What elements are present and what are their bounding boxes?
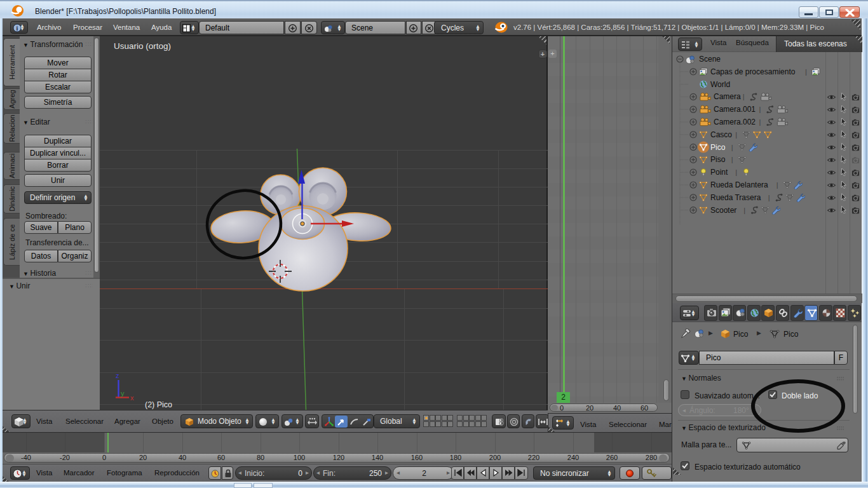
svg-text:|: |: [735, 131, 737, 139]
svg-text:x: x: [130, 394, 134, 402]
svg-text:|: |: [731, 156, 733, 163]
svg-text:Scooter: Scooter: [710, 206, 736, 215]
svg-text:|: |: [735, 168, 737, 176]
svg-text:|: |: [776, 181, 778, 189]
svg-text:|: |: [759, 105, 761, 113]
svg-text:World: World: [710, 80, 730, 89]
svg-text:|: |: [805, 68, 807, 76]
svg-text:Piso: Piso: [710, 155, 726, 164]
svg-text:|: |: [743, 93, 745, 100]
svg-text:z: z: [116, 372, 119, 379]
svg-text:Rueda Delantera: Rueda Delantera: [710, 180, 768, 189]
svg-text:|: |: [768, 194, 770, 201]
svg-text:Scene: Scene: [699, 55, 721, 64]
svg-text:(2) Pico: (2) Pico: [145, 400, 172, 409]
svg-text:Point: Point: [710, 168, 728, 177]
svg-text:|: |: [743, 207, 745, 214]
svg-text:Usuario (ortog): Usuario (ortog): [114, 41, 171, 51]
svg-text:y: y: [121, 390, 125, 397]
svg-text:i: i: [17, 25, 18, 32]
svg-text:Camera.001: Camera.001: [714, 105, 756, 114]
svg-text:Rueda Trasera: Rueda Trasera: [710, 193, 761, 202]
svg-text:Pico: Pico: [710, 143, 726, 152]
svg-text:|: |: [731, 144, 733, 151]
svg-text:Camera: Camera: [714, 92, 741, 101]
svg-text:Capas de procesamiento: Capas de procesamiento: [710, 67, 796, 76]
svg-text:Camera.002: Camera.002: [714, 118, 756, 126]
svg-text:|: |: [759, 118, 761, 126]
svg-text:Casco: Casco: [710, 130, 732, 139]
